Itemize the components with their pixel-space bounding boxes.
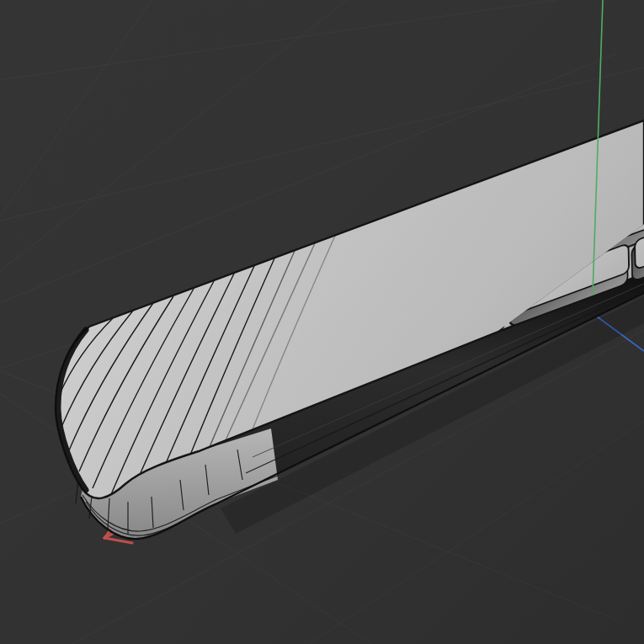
viewport-3d[interactable] bbox=[0, 0, 644, 644]
scene-canvas[interactable] bbox=[0, 0, 644, 644]
